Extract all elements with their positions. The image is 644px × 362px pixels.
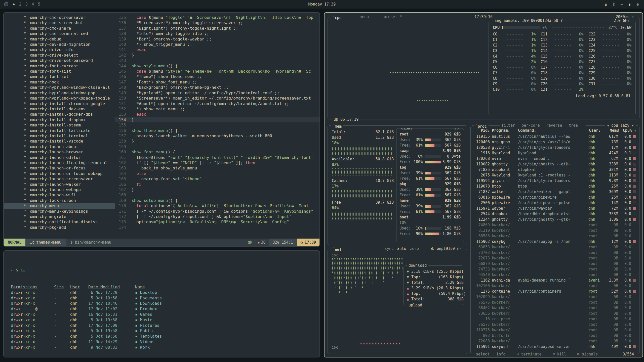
file-item[interactable]: *omarchy-font-current [4,63,115,69]
code-line[interactable]: 161 theme=$(menu "Font" "$(omarchy-font-… [115,155,319,160]
process-row[interactable]: 68586kworker/root0B0.0 [474,233,636,239]
code-line[interactable]: 152 *) show_main_menu ;; [115,106,319,112]
file-item[interactable]: *omarchy-drive-set-password [4,58,115,63]
process-row[interactable]: 72073kworker/root0B0.0 [474,255,636,261]
process-row[interactable]: 2544dropbox/home/dhh/.dropbox-distdhh353… [474,211,636,217]
proc-hint[interactable]: ⏎ terminate [515,351,543,357]
code-line[interactable]: 170 local options="♫ Audio\n≋ Wifi\nᛒ Bl… [115,203,319,208]
process-row[interactable]: 119082ghostty/usr/bin/ghostty --gtk-dhh3… [474,161,636,167]
code-line[interactable]: 142} [115,53,319,58]
process-row[interactable]: 94540kworker/root0B0.0 [474,272,636,278]
workspace-active-icon[interactable] [5,3,8,6]
file-item[interactable]: *omarchy-install-dropbox [4,117,115,122]
process-row[interactable]: 12244ghostty/usr/bin/ghostty --gtk-dhh1.… [474,217,636,222]
process-row[interactable]: 115962swaybg/usr/bin/swaybg -i /homdhh12… [474,239,636,244]
code-line[interactable]: 163 back_to show_style_menu [115,165,319,171]
file-item[interactable]: *omarchy-notification-dismiss [4,219,115,224]
file-item[interactable]: *omarchy-install-dev-env [4,106,115,112]
file-item[interactable]: *omarchy-menu [4,203,115,208]
file-item[interactable]: *omarchy-debug [4,36,115,42]
code-line[interactable]: 162 if [[ "$theme" == "CNCLD" || -z "$th… [115,160,319,165]
process-row[interactable]: 73703kworker/root0B0.0 [474,250,636,255]
workspace-occupied-icon[interactable] [13,4,15,5]
code-line[interactable]: 145 case $(menu "Style" "◆ Theme\n◈ Font… [115,69,319,74]
code-line[interactable]: 173 options="$options\n☑ Defaults\n◌ DNS… [115,219,319,224]
process-row[interactable]: 76577kworker/root0B0.0 [474,322,636,327]
proc-hint[interactable]: select ↓ info [474,351,507,357]
display-icon[interactable]: ▭ [621,2,623,7]
file-item[interactable]: *omarchy-install-terminal [4,133,115,139]
process-row[interactable]: 110775kworker/root0B0.0 [474,327,636,333]
code-line[interactable]: 156show_theme_menu() { [115,128,319,133]
file-item[interactable]: *omarchy-launch-screensaver [4,176,115,182]
menu-button[interactable]: menu [358,14,371,20]
code-line[interactable]: 171 [ -f ~/.config/hypr/bindings.conf ] … [115,209,319,214]
file-item[interactable]: *omarchy-font-list [4,69,115,74]
proc-hint[interactable]: ⌦ signals [576,351,599,357]
proc-sort-mode[interactable]: ◂ cpu lazy ▸ [605,123,636,128]
file-item[interactable]: *omarchy-cmd-screensaver [4,15,115,20]
process-row[interactable]: 102099kworker/root0B0.0 [474,294,636,300]
code-line[interactable]: 140 *) show_trigger_menu ;; [115,42,319,47]
code-line[interactable]: 167} [115,187,319,192]
power-icon[interactable]: ⊙ [636,2,639,7]
process-row[interactable]: 120268nvimnvim --embed .dhh62M0.0 [474,156,636,161]
process-row[interactable]: 115991swayosd-/usr/bin/swayosd-serverdhh… [474,344,636,349]
code-line[interactable]: 159 [115,144,319,149]
process-row[interactable]: 119078btopbtopdhh25M0.0 [474,184,636,189]
code-line[interactable]: 154} [115,117,319,122]
process-row[interactable]: 1275containe/usr/bin/containerdroot52M0.… [474,289,636,294]
code-line[interactable]: 160show_font_menu() { [115,149,319,155]
volume-icon[interactable]: ◗ [629,2,631,7]
file-item[interactable]: *omarchy-hook [4,79,115,85]
proc-options[interactable]: filterper-corereversetree [500,123,586,128]
file-item[interactable]: *omarchy-pkg-add [4,225,115,230]
code-line[interactable]: 136 *Screensaver*) omarchy-toggle-screen… [115,20,319,25]
code-line[interactable]: 168 [115,192,319,198]
process-row[interactable]: 68402kworker/root0B0.0 [474,305,636,311]
code-line[interactable]: 155 [115,122,319,128]
file-item[interactable]: *omarchy-install-vscode [4,139,115,144]
file-item[interactable]: *omarchy-install-chromium-google- [4,101,115,106]
file-item[interactable]: *omarchy-migrate [4,214,115,219]
process-row[interactable]: 66879kworker/root0B0.0 [474,261,636,266]
process-row[interactable]: 119594glycin-i/usr/lib/glycin-loadersdhh… [474,178,636,184]
file-item[interactable]: *omarchy-launch-or-focus-webapp [4,171,115,176]
process-row[interactable]: 102100kworker/root0B0.0 [474,283,636,289]
file-item[interactable]: *omarchy-install-steam [4,122,115,128]
code-line[interactable]: 165 omarchy-font-set "$theme" [115,176,319,182]
bluetooth-icon[interactable]: ᛒ [613,2,615,7]
workspace-number[interactable]: 2 [19,2,21,7]
file-item[interactable]: *omarchy-drive-select [4,53,115,58]
file-item[interactable]: *omarchy-launch-browser [4,149,115,155]
net-box-title[interactable]: ³net [331,246,343,252]
code-line[interactable]: 158} [115,139,319,144]
process-row[interactable]: 63816pipewire/usr/bin/pipewiredhh25M0.0 [474,195,636,200]
io-toggle[interactable]: io [453,128,461,131]
code-line[interactable]: 137 *Nightlight*) omarchy-toggle-nightli… [115,26,319,31]
file-item[interactable]: *omarchy-launch-editor [4,155,115,160]
process-row[interactable]: 2075XwaylandXwayland :1 -rootless -dhh11… [474,172,636,178]
file-item[interactable]: *omarchy-lock-screen [4,198,115,203]
file-item[interactable]: *omarchy-launch-about [4,144,115,149]
process-row[interactable]: 63853kworker/root0B0.0 [474,244,636,250]
process-row[interactable]: 120406org.gnom/usr/bin/gjs /usr/lib/odhh… [474,139,636,145]
code-line[interactable]: 144show_style_menu() { [115,63,319,69]
file-item[interactable]: *omarchy-drive-info [4,47,115,52]
cpu-box-title[interactable]: ¹cpu [331,14,343,21]
workspace-number[interactable]: 3 [25,2,28,7]
proc-box-title[interactable]: ⁴proc [474,123,489,129]
file-item[interactable]: *omarchy-dev-add-migration [4,42,115,47]
code-line[interactable]: 148 *Background*) omarchy-theme-bg-next … [115,85,319,90]
file-item[interactable]: *omarchy-cmd-screenshot [4,20,115,25]
process-row[interactable]: 71835elephantelephantdhh381M0.0 [474,167,636,172]
code-line[interactable]: 174 [115,225,319,230]
file-item[interactable]: *omarchy-cmd-share [4,26,115,31]
code-line[interactable]: 157 omarchy-launch-walker -m menus:omarc… [115,133,319,139]
code-line[interactable]: 143 [115,58,319,63]
code-line[interactable]: 138 *Idle*) omarchy-toggle-idle ;; [115,31,319,36]
mem-box-title[interactable]: ²mem [331,123,343,129]
process-row[interactable]: 71837walker/usr/bin/walker --gappldhh369… [474,189,636,195]
process-row[interactable]: 72088kworker/root0B0.0 [474,338,636,344]
process-row[interactable]: 119155nautilus/usr/bin/nautilus --newdhh… [474,134,636,139]
